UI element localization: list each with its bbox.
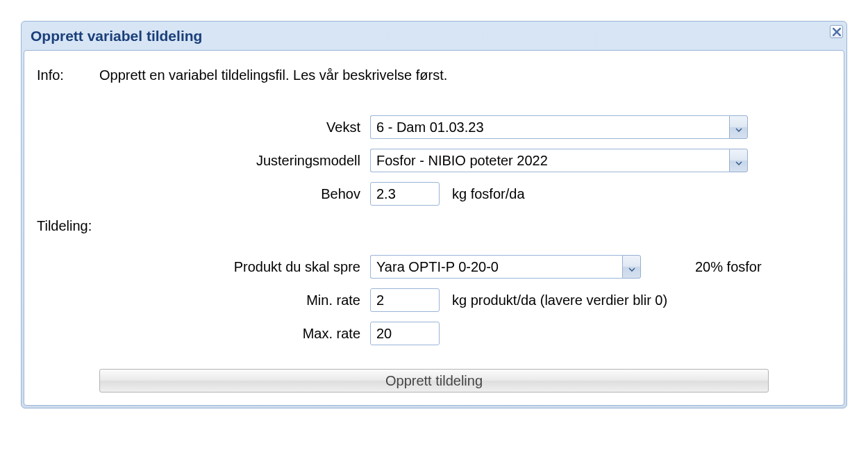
behov-input[interactable] xyxy=(370,182,440,206)
chevron-down-icon xyxy=(628,259,635,275)
info-label: Info: xyxy=(37,67,99,83)
dialog-title: Opprett variabel tildeling xyxy=(24,24,844,50)
vekst-label: Vekst xyxy=(37,119,370,135)
behov-unit: kg fosfor/da xyxy=(452,186,525,202)
min-rate-input[interactable] xyxy=(370,288,440,312)
vekst-dropdown-trigger[interactable] xyxy=(729,115,748,139)
min-rate-unit: kg produkt/da (lavere verdier blir 0) xyxy=(452,292,667,308)
vekst-select[interactable] xyxy=(370,115,729,139)
chevron-down-icon xyxy=(735,153,742,169)
close-icon xyxy=(833,24,841,40)
tildeling-section-label: Tildeling: xyxy=(37,218,99,234)
produkt-dropdown-trigger[interactable] xyxy=(622,255,641,279)
produkt-select[interactable] xyxy=(370,255,622,279)
max-rate-label: Max. rate xyxy=(37,326,370,342)
submit-button[interactable]: Opprett tildeling xyxy=(99,369,769,392)
produkt-aux: 20% fosfor xyxy=(695,259,762,275)
justeringsmodell-label: Justeringsmodell xyxy=(37,153,370,169)
justeringsmodell-select[interactable] xyxy=(370,149,729,172)
chevron-down-icon xyxy=(735,119,742,135)
behov-label: Behov xyxy=(37,186,370,202)
min-rate-label: Min. rate xyxy=(37,292,370,308)
produkt-label: Produkt du skal spre xyxy=(37,259,370,275)
dialog-window: Opprett variabel tildeling Info: Opprett… xyxy=(21,21,847,408)
max-rate-input[interactable] xyxy=(370,322,440,345)
dialog-body: Info: Opprett en variabel tildelingsfil.… xyxy=(24,50,844,406)
info-text: Opprett en variabel tildelingsfil. Les v… xyxy=(99,67,447,83)
close-button[interactable] xyxy=(830,25,843,38)
justeringsmodell-dropdown-trigger[interactable] xyxy=(729,149,748,172)
